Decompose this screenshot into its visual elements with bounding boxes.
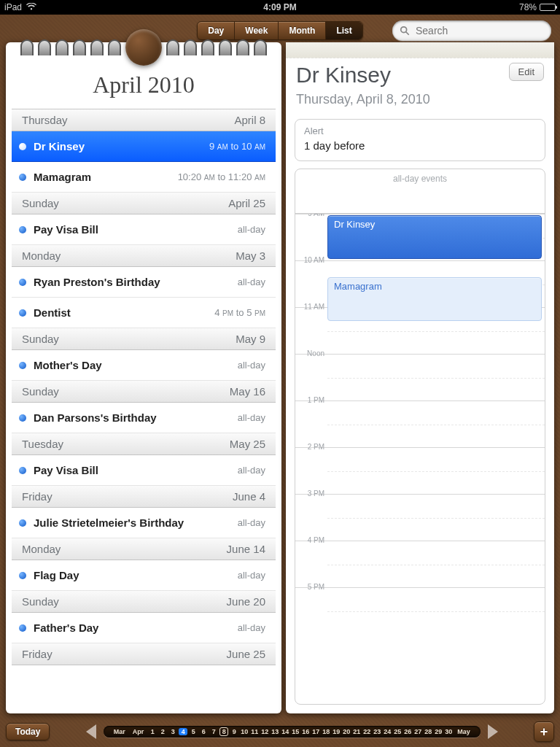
event-title: Pay Visa Bill [34, 464, 238, 476]
list-item[interactable]: Father's Day all-day [12, 613, 276, 643]
scrubber-day[interactable]: 20 [342, 728, 351, 735]
scrubber-day[interactable]: 2 [158, 728, 167, 735]
scrubber-day[interactable]: 29 [434, 728, 443, 735]
prev-arrow-icon[interactable] [86, 724, 96, 739]
scrubber-day[interactable]: 22 [362, 728, 371, 735]
detail-pane: Dr Kinsey Edit Thursday, April 8, 2010 A… [286, 42, 554, 713]
event-time: all-day [238, 276, 265, 287]
scrubber-day[interactable]: 4 [179, 728, 187, 735]
event-list[interactable]: ThursdayApril 8 Dr Kinsey 9 AM to 10 AM … [12, 109, 276, 713]
calendar-dot-icon [19, 143, 26, 150]
day-header: SundayMay 16 [12, 381, 276, 403]
scrubber-day[interactable]: 15 [291, 728, 300, 735]
hour-label: 5 PM [298, 583, 324, 591]
scrubber-day[interactable]: 10 [240, 728, 249, 735]
list-item[interactable]: Dan Parsons's Birthday all-day [12, 403, 276, 433]
timeline-event[interactable]: Dr Kinsey [327, 215, 542, 259]
device-label: iPad [4, 2, 22, 12]
event-title: Flag Day [34, 569, 238, 581]
all-day-row[interactable]: all-day events [295, 169, 545, 214]
next-arrow-icon[interactable] [488, 724, 498, 739]
day-header: SundayJune 20 [12, 591, 276, 613]
battery-icon [540, 4, 556, 11]
hour-label: 1 PM [298, 396, 324, 404]
scrubber-day[interactable]: 5 [189, 728, 198, 735]
battery-percent: 78% [519, 2, 537, 12]
list-item[interactable]: Pay Visa Bill all-day [12, 214, 276, 245]
scrubber-day[interactable]: 9 [230, 728, 238, 735]
event-title: Dan Parsons's Birthday [34, 411, 238, 424]
hour-row: 3 PM [295, 494, 545, 541]
search-input[interactable] [392, 20, 551, 41]
calendar-dot-icon [19, 414, 26, 422]
list-item[interactable]: Julie Strietelmeier's Birthday all-day [12, 508, 276, 538]
view-month[interactable]: Month [278, 22, 325, 39]
list-item[interactable]: Mamagram 10:20 AM to 11:20 AM [12, 162, 276, 193]
list-pane: April 2010 ThursdayApril 8 Dr Kinsey 9 A… [6, 42, 281, 713]
list-item[interactable]: Flag Day all-day [12, 560, 276, 591]
hour-label: 4 PM [298, 536, 324, 544]
edit-button[interactable]: Edit [509, 63, 544, 81]
hour-label: 2 PM [298, 443, 324, 451]
scrubber-day[interactable]: 27 [413, 728, 422, 735]
scrubber-day[interactable]: 30 [444, 728, 453, 735]
hour-label: 11 AM [298, 303, 324, 311]
day-panel: all-day events 9 AM10 AM11 AMNoon1 PM2 P… [295, 169, 545, 705]
torn-edge [286, 42, 554, 58]
scrubber-day[interactable]: 8 [219, 727, 228, 736]
date-scrubber[interactable]: MarApr1234567891011121314151617181920212… [104, 726, 481, 738]
event-title: Father's Day [34, 622, 238, 634]
event-time: all-day [238, 224, 265, 235]
scrubber-day[interactable]: 11 [250, 728, 259, 735]
scrubber-day[interactable]: 12 [260, 728, 269, 735]
wifi-icon [26, 2, 36, 12]
calendar-dot-icon [19, 226, 26, 233]
list-item[interactable]: Mother's Day all-day [12, 350, 276, 381]
list-item[interactable]: Dr Kinsey 9 AM to 10 AM [12, 131, 276, 162]
list-item[interactable]: Pay Visa Bill all-day [12, 455, 276, 486]
event-date: Thursday, April 8, 2010 [296, 92, 544, 107]
day-header: MondayJune 14 [12, 538, 276, 560]
view-list[interactable]: List [325, 22, 362, 39]
day-header: FridayJune 4 [12, 486, 276, 508]
scrubber-day[interactable]: 7 [209, 728, 218, 735]
scrubber-day[interactable]: 14 [281, 728, 289, 735]
calendar-dot-icon [19, 279, 26, 286]
calendar-dot-icon [19, 174, 26, 181]
calendar-dot-icon [19, 362, 26, 369]
scrubber-day[interactable]: 19 [332, 728, 341, 735]
calendar-dot-icon [19, 467, 26, 474]
add-event-button[interactable]: + [534, 721, 554, 742]
scrubber-day[interactable]: 24 [383, 728, 392, 735]
hour-label: Noon [298, 349, 324, 357]
event-title: Dentist [34, 306, 214, 319]
scrubber-day[interactable]: 28 [424, 728, 432, 735]
scrubber-day[interactable]: 13 [271, 728, 279, 735]
scrubber-day[interactable]: 21 [352, 728, 361, 735]
scrubber-day[interactable]: 18 [322, 728, 330, 735]
alert-box[interactable]: Alert 1 day before [295, 119, 545, 161]
event-title: Pay Visa Bill [34, 223, 238, 236]
scrubber-day[interactable]: 25 [393, 728, 402, 735]
hour-label: 9 AM [298, 214, 324, 217]
scrubber-day[interactable]: 3 [168, 728, 177, 735]
hours-grid[interactable]: 9 AM10 AM11 AMNoon1 PM2 PM3 PM4 PM5 PMDr… [295, 214, 545, 704]
scrubber-day[interactable]: 26 [403, 728, 412, 735]
scrubber-day[interactable]: 6 [199, 728, 208, 735]
list-item[interactable]: Dentist 4 PM to 5 PM [12, 298, 276, 328]
timeline-event[interactable]: Mamagram [327, 277, 542, 321]
hour-row: 4 PM [295, 541, 545, 587]
day-header: SundayApril 25 [12, 193, 276, 214]
event-title: Ryan Preston's Birthday [34, 276, 238, 288]
scrubber-day[interactable]: 16 [301, 728, 310, 735]
hour-label: 3 PM [298, 489, 324, 498]
scrubber-day[interactable]: 17 [311, 728, 320, 735]
bottom-toolbar: Today MarApr1234567891011121314151617181… [0, 716, 560, 747]
list-item[interactable]: Ryan Preston's Birthday all-day [12, 267, 276, 298]
scrubber-day[interactable]: 23 [373, 728, 381, 735]
calendar-dot-icon [19, 624, 26, 632]
scrubber-day[interactable]: 1 [148, 728, 157, 735]
event-time: all-day [238, 517, 265, 528]
status-bar: iPad 4:09 PM 78% [0, 0, 560, 15]
today-button[interactable]: Today [6, 723, 50, 740]
